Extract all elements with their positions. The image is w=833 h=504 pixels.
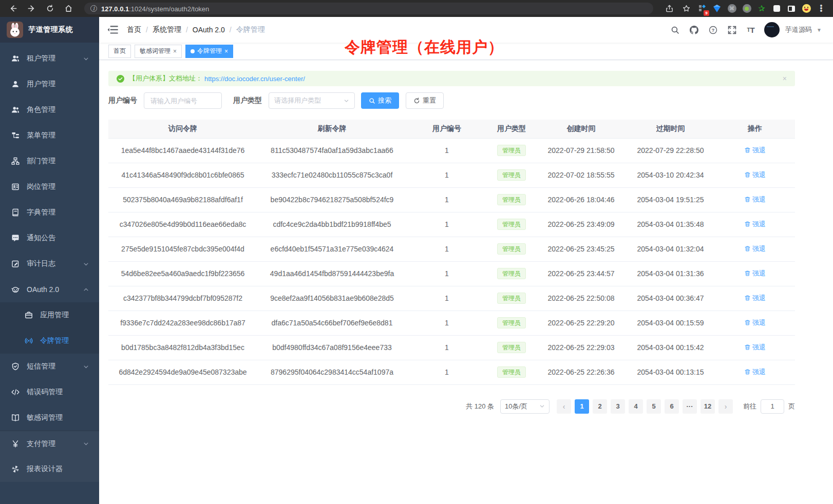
force-logout-label: 强退 [752, 269, 766, 278]
sidebar-item-code[interactable]: 错误码管理 [0, 379, 99, 405]
side-panel-icon[interactable] [786, 3, 797, 14]
force-logout-button[interactable]: 强退 [744, 269, 766, 278]
next-page-button[interactable]: › [718, 399, 733, 414]
sidebar-item-briefcase[interactable]: 应用管理 [0, 302, 99, 328]
force-logout-button[interactable]: 强退 [744, 318, 766, 327]
breadcrumb-home[interactable]: 首页 [127, 25, 141, 34]
puzzle-extension-icon[interactable] [771, 3, 782, 14]
page-button-3[interactable]: 3 [611, 399, 625, 414]
force-logout-button[interactable]: 强退 [744, 195, 766, 204]
pager-more[interactable]: ··· [683, 399, 697, 414]
table-row: c347026e805e4d99b0d116eae66eda8ccdfc4ce9… [108, 212, 795, 237]
breadcrumb-system[interactable]: 系统管理 [153, 25, 181, 34]
table-row: 502375b8040a469a9b82188afdf6af1fbe90422b… [108, 187, 795, 212]
goto-page-input[interactable] [761, 399, 784, 414]
sidebar-item-user[interactable]: 用户管理 [0, 71, 99, 97]
sidebar-item-label: 错误码管理 [27, 387, 89, 397]
prev-page-button[interactable]: ‹ [557, 399, 571, 414]
sidebar-item-tree[interactable]: 菜单管理 [0, 123, 99, 148]
app-logo-row[interactable]: 芋道管理系统 [0, 17, 99, 43]
search-button[interactable]: 搜索 [361, 92, 399, 109]
sidebar-fold-icon[interactable] [107, 24, 119, 35]
user-id-input[interactable] [144, 92, 222, 109]
force-logout-button[interactable]: 强退 [744, 294, 766, 303]
sidebar-item-label: 短信管理 [27, 362, 83, 371]
tag-home[interactable]: 首页 [108, 45, 131, 58]
tag-sensitive-words[interactable]: 敏感词管理× [135, 45, 182, 58]
sidebar-item-signal[interactable]: 令牌管理 [0, 328, 99, 354]
address-bar[interactable]: i 127.0.0.1:1024/system/oauth2/token [84, 3, 653, 14]
trash-icon [744, 147, 751, 153]
page-button-5[interactable]: 5 [647, 399, 661, 414]
sidebar-item-postcard[interactable]: 岗位管理 [0, 174, 99, 200]
close-icon[interactable]: × [224, 48, 228, 54]
force-logout-button[interactable]: 强退 [744, 220, 766, 229]
page-info-icon[interactable]: i [90, 5, 97, 12]
force-logout-button[interactable]: 强退 [744, 343, 766, 352]
user-type-select[interactable]: 请选择用户类型 [269, 92, 355, 109]
sidebar-item-robot[interactable]: OAuth 2.0 [0, 277, 99, 302]
blocks-extension-icon[interactable]: 9 [696, 3, 708, 14]
user-avatar[interactable] [764, 22, 780, 37]
sidebar-item-org[interactable]: 部门管理 [0, 148, 99, 174]
sidebar-item-book[interactable]: 敏感词管理 [0, 405, 99, 431]
create-time-cell: 2022-07-02 18:55:55 [536, 163, 626, 187]
record-extension-icon[interactable] [741, 3, 752, 14]
force-logout-button[interactable]: 强退 [744, 146, 766, 155]
filter-form: 用户编号 用户类型 请选择用户类型 搜索 重置 [108, 92, 795, 109]
sidebar-item-label: 通知公告 [27, 234, 89, 243]
home-icon[interactable] [62, 3, 75, 15]
page-size-select[interactable]: 10条/页 [500, 399, 550, 414]
user-type-cell: 管理员 [487, 163, 536, 187]
fullscreen-icon[interactable] [726, 24, 737, 35]
sidebar-item-shield[interactable]: 短信管理 [0, 354, 99, 379]
browser-menu-icon[interactable]: ••• [816, 3, 827, 14]
page-button-6[interactable]: 6 [665, 399, 679, 414]
username[interactable]: 芋道源码 [785, 25, 812, 34]
sidebar-item-message[interactable]: 通知公告 [0, 225, 99, 251]
green-star-extension-icon[interactable]: ✰ [756, 3, 767, 14]
sidebar-item-design[interactable]: 报表设计器 [0, 456, 99, 482]
sidebar-item-log[interactable]: 审计日志 [0, 251, 99, 277]
force-logout-button[interactable]: 强退 [744, 244, 766, 254]
share-icon[interactable] [662, 3, 676, 15]
sidebar-item-label: 报表设计器 [27, 464, 89, 474]
trash-icon [744, 245, 751, 252]
back-icon[interactable] [6, 3, 20, 15]
close-icon[interactable]: × [173, 48, 177, 54]
column-header: 操作 [715, 120, 795, 138]
font-size-icon[interactable]: TT [745, 24, 756, 35]
github-icon[interactable] [688, 24, 699, 35]
sidebar-item-people[interactable]: 租户管理 [0, 46, 99, 71]
bookmark-star-icon[interactable] [679, 3, 693, 15]
search-icon[interactable] [669, 24, 680, 35]
help-icon[interactable]: ? [707, 24, 718, 35]
sidebar-item-dict[interactable]: 字典管理 [0, 200, 99, 225]
user-id-label: 用户编号 [108, 96, 137, 105]
chevron-down-icon [83, 261, 89, 267]
emoji-extension-icon[interactable] [801, 3, 812, 14]
page-button-2[interactable]: 2 [593, 399, 607, 414]
alert-close-icon[interactable]: × [783, 74, 787, 83]
sidebar-item-yen[interactable]: 支付管理 [0, 431, 99, 456]
create-time-cell: 2022-06-25 22:50:08 [536, 286, 626, 311]
tag-token-management[interactable]: 令牌管理× [185, 45, 233, 58]
refresh-token-cell: e6cfd40eb1f54571a31e775e039c4624 [257, 237, 407, 261]
force-logout-button[interactable]: 强退 [744, 170, 766, 180]
force-logout-button[interactable]: 强退 [744, 367, 766, 377]
forward-icon[interactable] [25, 3, 38, 15]
page-button-12[interactable]: 12 [701, 399, 715, 414]
breadcrumb-oauth[interactable]: OAuth 2.0 [193, 26, 225, 34]
reload-icon[interactable] [43, 3, 56, 15]
page-button-4[interactable]: 4 [629, 399, 643, 414]
command-extension-icon[interactable]: ⌘ [726, 3, 737, 14]
user-type-cell: 管理员 [487, 286, 536, 311]
expire-time-cell: 2054-03-04 00:15:59 [626, 311, 715, 335]
page-button-1[interactable]: 1 [575, 399, 589, 414]
force-logout-label: 强退 [752, 220, 766, 229]
reset-button[interactable]: 重置 [406, 92, 444, 109]
doc-link[interactable]: https://doc.iocoder.cn/user-center/ [204, 75, 305, 83]
sidebar-item-people[interactable]: 角色管理 [0, 97, 99, 123]
gem-extension-icon[interactable] [711, 3, 723, 14]
chevron-down-icon[interactable]: ▼ [817, 27, 822, 33]
